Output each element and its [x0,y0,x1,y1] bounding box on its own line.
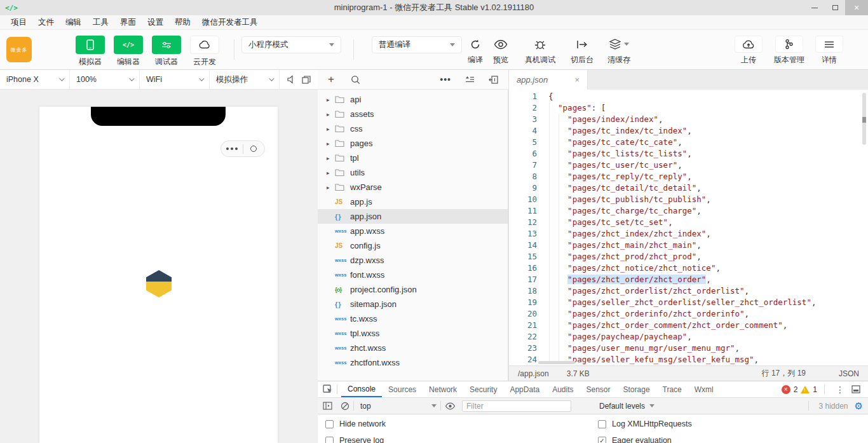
checkbox[interactable]: ✓ [598,437,606,443]
device-screen[interactable] [39,107,278,443]
maximize-button[interactable] [825,0,845,15]
code-line[interactable]: 5 "pages/tc_cate/tc_cate", [509,137,868,148]
compile-mode-select[interactable]: 普通编译 [372,36,462,53]
checkbox[interactable] [325,420,334,428]
console-settings-gear-icon[interactable]: ⚙ [855,400,863,412]
new-file-icon[interactable]: + [328,73,334,86]
minimize-button[interactable] [804,0,825,15]
error-count[interactable]: 2 [794,385,798,394]
tree-file-dzp-wxss[interactable]: wxssdzp.wxss [318,253,508,268]
context-select[interactable]: top [360,402,437,411]
menu-item--[interactable]: 界面 [114,15,142,29]
devtools-tab-appdata[interactable]: AppData [503,381,546,397]
simulate-action-select[interactable]: 模拟操作 [210,70,280,89]
error-icon[interactable]: × [782,385,790,394]
kebab-menu-icon[interactable]: ⋮ [832,385,848,395]
tree-file-tc-wxss[interactable]: wxsstc.wxss [318,311,508,326]
code-line[interactable]: 15 "pages/zhct_prod/zhct_prod", [509,251,868,262]
warning-count[interactable]: 1 [813,385,817,394]
code-line[interactable]: 7 "pages/tc_user/tc_user", [509,160,868,171]
devtools-tab-trace[interactable]: Trace [656,381,688,397]
setting-eager-evaluation[interactable]: ✓Eager evaluation [598,432,692,443]
cloud-dev-button[interactable]: 云开发 [186,36,224,67]
menu-item--[interactable]: 设置 [142,15,169,29]
capsule-home-icon[interactable] [243,146,265,152]
more-icon[interactable]: ••• [440,74,451,85]
sound-icon[interactable] [287,75,295,84]
float-window-icon[interactable] [302,76,311,84]
tree-folder-wxparse[interactable]: ▸wxParse [318,180,508,194]
tree-folder-api[interactable]: ▸api [318,92,508,107]
dock-icon[interactable] [851,385,860,393]
editor-toggle-button[interactable]: </> 编辑器 [109,36,147,67]
user-avatar[interactable]: 微贵多 [6,37,32,62]
devtools-tab-security[interactable]: Security [463,381,503,397]
console-sidebar-icon[interactable] [323,402,332,410]
inspect-element-icon[interactable] [323,385,333,394]
code-line[interactable]: 23 "pages/user_menu_mgr/user_menu_mgr", [509,343,868,354]
log-levels-select[interactable]: Default levels [599,402,654,411]
menu-item--[interactable]: 文件 [32,15,60,29]
tree-folder-tpl[interactable]: ▸tpl [318,151,508,165]
simulator-toggle-button[interactable]: 模拟器 [71,36,109,67]
zoom-select[interactable]: 100% [70,70,140,89]
warning-icon[interactable]: ! [801,386,810,393]
code-line[interactable]: 19 "pages/seller_zhct_orderlist/seller_z… [509,297,868,308]
code-line[interactable]: 14 "pages/zhct_main/zhct_main", [509,240,868,251]
devtools-tab-sensor[interactable]: Sensor [580,381,617,397]
setting-preserve-log[interactable]: Preserve log [325,432,386,443]
tree-folder-assets[interactable]: ▸assets [318,107,508,121]
debugger-toggle-button[interactable]: 调试器 [147,36,186,67]
code-line[interactable]: 22 "pages/paycheap/paycheap", [509,331,868,343]
clear-console-icon[interactable] [341,402,349,411]
code-line[interactable]: 3 "pages/index/index", [509,114,868,125]
code-editor[interactable]: 1{2 "pages": [3 "pages/index/index",4 "p… [508,90,868,365]
checkbox[interactable] [598,420,606,428]
tree-folder-utils[interactable]: ▸utils [318,165,508,180]
code-line[interactable]: 2 "pages": [ [509,102,868,114]
devtools-tab-network[interactable]: Network [423,381,463,397]
tree-file-app-js[interactable]: JSapp.js [318,194,508,209]
code-line[interactable]: 12 "pages/tc_set/tc_set", [509,217,868,228]
devtools-tab-sources[interactable]: Sources [382,381,423,397]
tab-app-json[interactable]: app.json × [509,70,588,90]
setting-hide-network[interactable]: Hide network [325,416,386,432]
code-line[interactable]: 18 "pages/zhct_orderlist/zhct_orderlist"… [509,285,868,297]
search-icon[interactable] [351,75,360,85]
remote-debug-button[interactable]: 真机调试 [520,36,560,65]
code-line[interactable]: 1{ [509,91,868,102]
tree-file-zhctfont-wxss[interactable]: wxsszhctfont.wxss [318,355,508,370]
language-mode[interactable]: JSON [839,369,859,378]
code-line[interactable]: 16 "pages/zhct_notice/zhct_notice", [509,262,868,274]
code-line[interactable]: 17 "pages/zhct_order/zhct_order", [509,274,868,285]
details-button[interactable]: 详情 [813,36,845,65]
code-line[interactable]: 20 "pages/zhct_orderinfo/zhct_orderinfo"… [509,308,868,320]
tree-file-tpl-wxss[interactable]: wxsstpl.wxss [318,326,508,341]
switch-background-button[interactable]: 切后台 [564,36,600,65]
devtools-tab-storage[interactable]: Storage [617,381,656,397]
clear-cache-button[interactable]: 清缓存 [601,36,637,65]
menu-item--[interactable]: 项目 [5,15,32,29]
tree-file-config-js[interactable]: JSconfig.js [318,238,508,253]
editor-horizontal-scrollbar[interactable] [538,361,575,364]
network-select[interactable]: WiFi [140,70,210,89]
devtools-tab-audits[interactable]: Audits [546,381,580,397]
tree-file-app-wxss[interactable]: wxssapp.wxss [318,224,508,238]
tree-folder-css[interactable]: ▸css [318,121,508,136]
cursor-position[interactable]: 行 17，列 19 [762,368,806,379]
menu-item--[interactable]: 编辑 [60,15,87,29]
code-line[interactable]: 4 "pages/tc_index/tc_index", [509,125,868,137]
checkbox[interactable] [325,437,334,443]
eye-watch-icon[interactable] [445,402,456,410]
menu-item--[interactable]: 帮助 [169,15,196,29]
tree-folder-pages[interactable]: ▸pages [318,136,508,151]
close-button[interactable]: × [845,0,868,15]
tree-file-zhct-wxss[interactable]: wxsszhct.wxss [318,341,508,355]
code-line[interactable]: 6 "pages/tc_lists/tc_lists", [509,148,868,160]
code-line[interactable]: 8 "pages/tc_reply/tc_reply", [509,171,868,182]
capsule-menu[interactable] [220,140,265,157]
device-select[interactable]: iPhone X [0,70,70,89]
code-line[interactable]: 13 "pages/zhct_index/zhct_index", [509,228,868,240]
code-line[interactable]: 11 "pages/tc_charge/tc_charge", [509,205,868,217]
close-tab-icon[interactable]: × [574,75,580,85]
